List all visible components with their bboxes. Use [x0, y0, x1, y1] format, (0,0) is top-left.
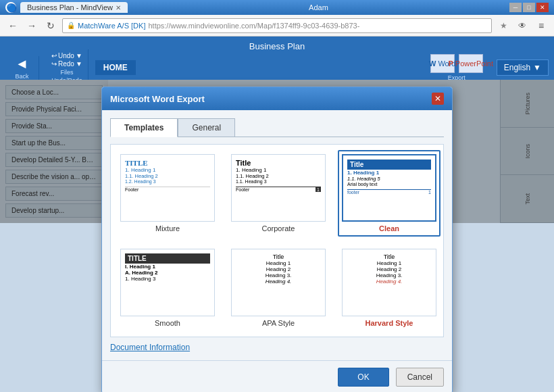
- language-button[interactable]: English ▼: [497, 59, 549, 76]
- back-label: Back: [15, 73, 28, 80]
- mixture-h3: 1.2. Heading 3: [125, 179, 210, 184]
- modal-title: Microsoft Word Export: [110, 94, 205, 104]
- undo-icon: ↩: [51, 52, 57, 59]
- mixture-name: Mixture: [155, 224, 180, 232]
- corporate-h3: 1.1. Heading 3: [236, 179, 321, 184]
- corporate-footer-num: 1: [316, 187, 321, 192]
- template-smooth[interactable]: TITLE I. Heading 1 A. Heading 2 1. Headi…: [116, 245, 219, 331]
- export-group: W Word P PowerPoint Export: [430, 54, 483, 81]
- powerpoint-label: PowerPoint: [455, 59, 493, 68]
- modal-overlay: Microsoft Word Export ✕ Templates Genera…: [0, 80, 554, 223]
- apa-title: Title: [236, 253, 321, 260]
- content-area: Choose a Loc... Provide Physical Faci...…: [0, 80, 554, 223]
- modal-close-button[interactable]: ✕: [432, 93, 444, 105]
- document-info-link[interactable]: Document Information: [110, 343, 190, 352]
- title-bar-left: 🔵 Business Plan - MindView ✕: [5, 2, 128, 13]
- reader-view-button[interactable]: 👁: [515, 18, 530, 33]
- maximize-button[interactable]: □: [523, 3, 535, 12]
- cancel-button[interactable]: Cancel: [396, 368, 444, 387]
- template-harvard-preview: Title Heading 1 Heading 2 Heading 3. Hea…: [342, 249, 436, 316]
- redo-icon: ↪: [51, 60, 57, 68]
- templates-grid: TITLE 1. Heading 1 1.1. Heading 2 1.2. H…: [110, 144, 444, 337]
- apa-h1: Heading 1: [236, 260, 321, 266]
- language-label: English: [504, 63, 530, 72]
- undo-button[interactable]: ↩ Undo ▼: [51, 52, 82, 59]
- app-title-text: Business Plan: [249, 41, 305, 51]
- tab-general[interactable]: General: [178, 118, 235, 137]
- clean-h2: 1.1. Heading 5: [347, 176, 431, 182]
- clean-name: Clean: [379, 224, 399, 232]
- bookmark-button[interactable]: ★: [496, 18, 511, 33]
- template-clean[interactable]: Title 1. Heading 1 1.1. Heading 5 Arial …: [338, 150, 440, 237]
- word-export-modal: Microsoft Word Export ✕ Templates Genera…: [101, 87, 453, 392]
- apa-h3: Heading 3.: [236, 272, 321, 278]
- mixture-h1: 1. Heading 1: [125, 167, 210, 173]
- undo-chevron: ▼: [76, 52, 82, 59]
- mixture-title: TITLE: [125, 159, 210, 167]
- template-corporate[interactable]: Title 1. Heading 1 1.1. Heading 2 1.1. H…: [227, 150, 330, 237]
- redo-button[interactable]: ↪ Redo ▼: [51, 60, 82, 68]
- app-icon: 🔵: [5, 2, 16, 13]
- lock-icon: 🔒: [67, 22, 75, 29]
- corporate-h2: 1.1. Heading 2: [236, 173, 321, 179]
- template-mixture[interactable]: TITLE 1. Heading 1 1.1. Heading 2 1.2. H…: [116, 150, 219, 237]
- harvard-name: Harvard Style: [366, 319, 413, 327]
- template-apa-preview: Title Heading 1 Heading 2 Heading 3. Hea…: [231, 249, 326, 316]
- address-bar: ← → ↻ 🔒 MatchWare A/S [DK] https://www.m…: [0, 15, 554, 36]
- harvard-h2: Heading 2: [347, 266, 432, 272]
- clean-footer: footer 1: [347, 189, 431, 195]
- harvard-h3: Heading 3.: [347, 272, 432, 278]
- mixture-h2: 1.1. Heading 2: [125, 173, 210, 179]
- smooth-h3: 1. Heading 3: [125, 276, 210, 282]
- back-nav-button[interactable]: ←: [5, 18, 20, 33]
- close-button[interactable]: ✕: [536, 3, 549, 12]
- clean-footer-text: footer: [347, 190, 359, 195]
- minimize-button[interactable]: ─: [509, 3, 522, 12]
- clean-title: Title: [347, 160, 431, 170]
- back-button[interactable]: ◄ Back: [15, 56, 28, 80]
- reload-button[interactable]: ↻: [43, 18, 58, 33]
- smooth-title: TITLE: [125, 253, 210, 264]
- template-corporate-preview: Title 1. Heading 1 1.1. Heading 2 1.1. H…: [231, 154, 326, 222]
- corporate-footer: Footer 1: [236, 187, 321, 192]
- back-arrow-icon: ◄: [16, 56, 29, 72]
- word-icon: W: [429, 59, 436, 68]
- ok-button[interactable]: OK: [338, 368, 388, 387]
- close-tab-button[interactable]: ✕: [116, 4, 121, 11]
- address-input[interactable]: 🔒 MatchWare A/S [DK] https://www.mindvie…: [62, 18, 492, 33]
- modal-footer: OK Cancel: [102, 360, 452, 392]
- clean-footer-num: 1: [428, 190, 431, 195]
- url-text: https://www.mindviewonline.com/Map/f1374…: [148, 22, 359, 30]
- title-bar: 🔵 Business Plan - MindView ✕ Adam ─ □ ✕: [0, 0, 554, 15]
- harvard-h4: Heading 4.: [347, 278, 432, 285]
- modal-header: Microsoft Word Export ✕: [102, 87, 452, 110]
- redo-chevron: ▼: [76, 60, 82, 68]
- smooth-h1: I. Heading 1: [125, 264, 210, 270]
- smooth-name: Smooth: [155, 319, 180, 327]
- template-clean-preview: Title 1. Heading 1 1.1. Heading 5 Arial …: [342, 154, 436, 222]
- language-group: English ▼: [497, 59, 549, 76]
- redo-label: Redo: [58, 60, 74, 68]
- language-chevron: ▼: [533, 63, 541, 72]
- apa-h4: Heading 4.: [236, 278, 321, 285]
- template-mixture-preview: TITLE 1. Heading 1 1.1. Heading 2 1.2. H…: [120, 154, 215, 222]
- forward-nav-button[interactable]: →: [24, 18, 39, 33]
- apa-name: APA Style: [262, 319, 295, 327]
- tab-title: Business Plan - MindView: [27, 3, 113, 11]
- company-text: MatchWare A/S [DK]: [78, 22, 145, 30]
- template-apa[interactable]: Title Heading 1 Heading 2 Heading 3. Hea…: [227, 245, 330, 331]
- template-harvard[interactable]: Title Heading 1 Heading 2 Heading 3. Hea…: [338, 245, 440, 331]
- back-area: ◄ Back: [5, 56, 39, 80]
- undo-redo-group: ↩ Undo ▼ ↪ Redo ▼: [51, 52, 82, 68]
- powerpoint-export-button[interactable]: P PowerPoint: [459, 54, 483, 73]
- corporate-footer-text: Footer: [236, 187, 249, 192]
- user-name: Adam: [309, 3, 328, 11]
- template-smooth-preview: TITLE I. Heading 1 A. Heading 2 1. Headi…: [120, 249, 215, 316]
- browser-menu-button[interactable]: ≡: [534, 18, 549, 33]
- corporate-title: Title: [236, 159, 321, 167]
- tab-templates[interactable]: Templates: [110, 118, 178, 137]
- browser-tab[interactable]: Business Plan - MindView ✕: [20, 2, 128, 13]
- home-tab[interactable]: HOME: [95, 60, 136, 75]
- window-controls: ─ □ ✕: [509, 3, 549, 12]
- modal-body: Templates General TITLE 1. Heading 1 1.1…: [102, 110, 452, 360]
